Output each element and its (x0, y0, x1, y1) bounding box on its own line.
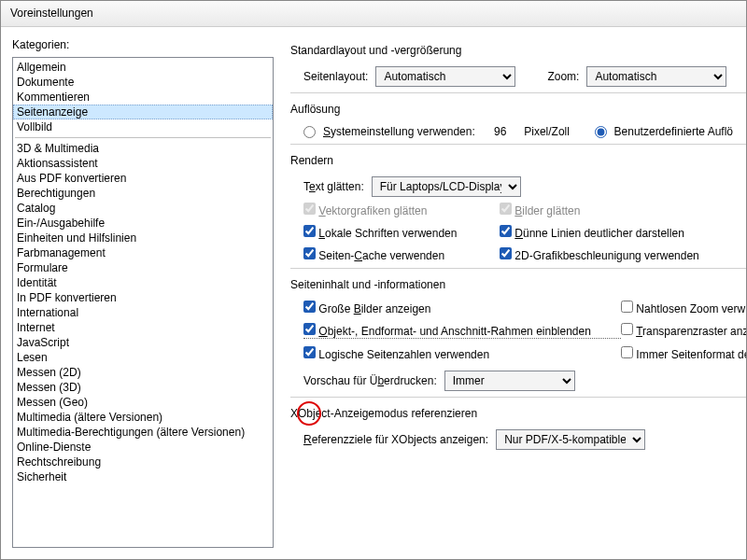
category-item[interactable]: Einheiten und Hilfslinien (13, 231, 273, 245)
logische-label[interactable]: Logische Seitenzahlen verwenden (303, 346, 621, 361)
seitenformat-label[interactable]: Immer Seitenformat de (621, 346, 746, 361)
category-item[interactable]: Multimedia-Berechtigungen (ältere Versio… (13, 425, 273, 440)
category-item[interactable]: Messen (3D) (13, 380, 273, 395)
zoom-label: Zoom: (547, 70, 579, 83)
zoom-select[interactable]: Automatisch (586, 66, 726, 87)
category-item[interactable]: JavaScript (13, 335, 273, 350)
group-rendern-title: Rendern (290, 154, 746, 167)
duenne-checkbox-label[interactable]: Dünne Linien deutlicher darstellen (500, 225, 733, 240)
lokale-checkbox[interactable] (303, 225, 316, 237)
group-xobject-title: XObject-Anzeigemodus referenzieren (290, 407, 746, 420)
bilder-checkbox-label: Bilder glätten (500, 203, 733, 217)
category-item[interactable]: Farbmanagement (13, 245, 273, 260)
logische-checkbox[interactable] (303, 346, 316, 358)
vorschau-label: Vorschau für Überdrucken: (303, 374, 437, 387)
group-aufloesung-title: Auflösung (290, 103, 746, 116)
vorschau-select[interactable]: Immer (444, 371, 575, 391)
transparenz-checkbox[interactable] (621, 323, 633, 335)
system-resolution-value: 96 (494, 125, 506, 138)
category-item[interactable]: Messen (Geo) (13, 395, 273, 410)
category-item[interactable]: Identität (13, 275, 273, 290)
category-item[interactable]: Aus PDF konvertieren (13, 171, 273, 186)
category-item[interactable]: Formulare (13, 260, 273, 275)
gpu-checkbox-label[interactable]: 2D-Grafikbeschleunigung verwenden (500, 247, 733, 262)
category-item[interactable]: Berechtigungen (13, 186, 273, 201)
nahtlos-checkbox[interactable] (621, 301, 633, 313)
ref-label: Referenzziele für XObjects anzeigen: (303, 433, 488, 446)
titlebar: Voreinstellungen (1, 1, 746, 27)
category-item[interactable]: Online-Dienste (13, 440, 273, 455)
categories-label: Kategorien: (12, 38, 274, 51)
category-item[interactable]: 3D & Multimedia (13, 141, 273, 156)
system-resolution-label: Systemeinstellung verwenden: (323, 125, 475, 138)
grosse-bilder-checkbox[interactable] (303, 301, 316, 313)
category-item[interactable]: Dokumente (13, 75, 273, 90)
vektor-checkbox-label: Vektorgrafiken glätten (303, 203, 500, 217)
rahmen-checkbox[interactable] (303, 323, 316, 335)
vektor-checkbox (303, 203, 316, 215)
lokale-checkbox-label[interactable]: Lokale Schriften verwenden (303, 225, 500, 240)
cache-checkbox-label[interactable]: Seiten-Cache verwenden (303, 247, 500, 262)
group-inhalt-title: Seiteninhalt und -informationen (290, 278, 746, 291)
group-layout-title: Standardlayout und -vergrößerung (290, 44, 746, 57)
resolution-unit: Pixel/Zoll (524, 125, 570, 138)
category-item[interactable]: Rechtschreibung (13, 455, 273, 469)
rahmen-label[interactable]: Objekt-, Endformat- und Anschnitt-Rahmen… (303, 323, 621, 339)
custom-resolution-radio[interactable] (595, 126, 607, 138)
category-item[interactable]: Multimedia (ältere Versionen) (13, 410, 273, 425)
category-item[interactable]: International (13, 305, 273, 320)
transparenz-label[interactable]: Transparenzraster anze (621, 323, 746, 339)
category-item[interactable]: Ein-/Ausgabehilfe (13, 216, 273, 231)
text-glatten-label: Text glätten: (303, 180, 364, 193)
seitenformat-checkbox[interactable] (621, 346, 633, 358)
category-item[interactable]: Aktionsassistent (13, 156, 273, 171)
grosse-bilder-label[interactable]: Große Bilder anzeigen (303, 301, 621, 315)
category-item[interactable]: Lesen (13, 350, 273, 365)
category-item[interactable]: Catalog (13, 201, 273, 216)
nahtlos-label[interactable]: Nahtlosen Zoom verw (621, 301, 746, 315)
cache-checkbox[interactable] (303, 247, 316, 259)
bilder-checkbox (500, 203, 512, 215)
category-item[interactable]: Vollbild (13, 119, 273, 134)
system-resolution-radio[interactable] (303, 126, 316, 138)
category-item[interactable]: Internet (13, 320, 273, 335)
category-item[interactable]: Sicherheit (13, 469, 273, 484)
text-glatten-select[interactable]: Für Laptops/LCD-Displays (372, 176, 521, 197)
category-item[interactable]: In PDF konvertieren (13, 290, 273, 305)
custom-resolution-label: Benutzerdefinierte Auflö (614, 125, 733, 138)
category-item[interactable]: Kommentieren (13, 90, 273, 105)
categories-listbox[interactable]: AllgemeinDokumenteKommentierenSeitenanze… (12, 57, 274, 548)
category-item[interactable]: Allgemein (13, 60, 273, 75)
category-item[interactable]: Seitenanzeige (13, 105, 273, 119)
seitenlayout-label: Seitenlayout: (303, 70, 368, 83)
ref-select[interactable]: Nur PDF/X-5-kompatible (496, 429, 645, 450)
seitenlayout-select[interactable]: Automatisch (375, 66, 515, 87)
category-item[interactable]: Messen (2D) (13, 365, 273, 380)
duenne-checkbox[interactable] (500, 225, 512, 237)
gpu-checkbox[interactable] (500, 247, 512, 259)
